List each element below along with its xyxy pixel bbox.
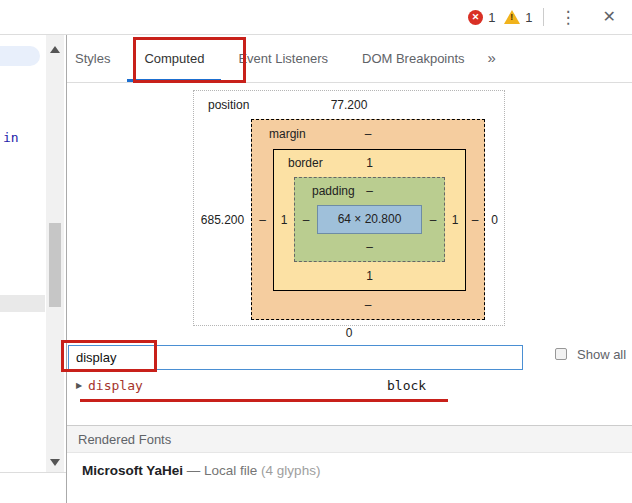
box-model-margin-ring[interactable]: margin – – border 1 1 bbox=[251, 119, 485, 320]
font-separator: — bbox=[183, 463, 204, 478]
padding-top-value[interactable]: – bbox=[366, 184, 373, 198]
computed-property-row[interactable]: ▶ display block bbox=[67, 378, 632, 398]
position-bottom-value[interactable]: 0 bbox=[193, 326, 505, 340]
elements-panel-partial: in bbox=[0, 35, 67, 503]
left-panel-footer-divider bbox=[0, 472, 66, 473]
error-icon: ✕ bbox=[468, 10, 483, 25]
margin-right-value[interactable]: – bbox=[466, 149, 484, 291]
disclosure-triangle-icon[interactable]: ▶ bbox=[76, 381, 82, 390]
code-fragment[interactable]: in bbox=[3, 130, 19, 145]
padding-left-value[interactable]: – bbox=[295, 205, 317, 234]
box-model-position-ring[interactable]: position 77.200 685.200 margin – – bbox=[193, 90, 505, 326]
rendered-fonts-header: Rendered Fonts bbox=[67, 425, 632, 453]
property-name[interactable]: display bbox=[88, 378, 143, 393]
position-right-value[interactable]: 0 bbox=[485, 119, 504, 320]
rendered-font-row: Microsoft YaHei — Local file (4 glyphs) bbox=[82, 463, 320, 478]
close-icon[interactable]: ✕ bbox=[603, 9, 616, 25]
scroll-down-icon[interactable] bbox=[50, 459, 60, 466]
show-all-label: Show all bbox=[577, 345, 626, 364]
margin-bottom-value[interactable]: – bbox=[252, 291, 484, 319]
warning-count: 1 bbox=[525, 10, 532, 25]
box-model-padding-ring[interactable]: padding – – 64 × 20.800 – – bbox=[294, 177, 445, 262]
toolbar-divider bbox=[543, 8, 544, 26]
devtools-toolbar: ✕ 1 ! 1 ⋮ ✕ bbox=[0, 0, 632, 35]
padding-right-value[interactable]: – bbox=[422, 205, 444, 234]
position-label: position bbox=[208, 91, 249, 119]
selected-element-highlight[interactable] bbox=[0, 46, 40, 66]
more-options-icon[interactable]: ⋮ bbox=[556, 9, 581, 26]
border-left-value[interactable]: 1 bbox=[274, 177, 294, 262]
annotation-box-computed-tab bbox=[133, 37, 246, 83]
error-indicator[interactable]: ✕ 1 bbox=[468, 10, 495, 25]
box-model-diagram: position 77.200 685.200 margin – – bbox=[193, 90, 505, 340]
property-value[interactable]: block bbox=[387, 378, 426, 393]
computed-pane: Styles Computed Event Listeners DOM Brea… bbox=[67, 35, 632, 503]
font-source: Local file bbox=[204, 463, 261, 478]
margin-top-value[interactable]: – bbox=[365, 127, 372, 141]
position-left-value[interactable]: 685.200 bbox=[194, 119, 251, 320]
warning-indicator[interactable]: ! 1 bbox=[495, 10, 532, 25]
position-top-value[interactable]: 77.200 bbox=[331, 98, 368, 112]
vertical-scrollbar[interactable] bbox=[46, 35, 64, 472]
border-label: border bbox=[288, 150, 323, 177]
error-count: 1 bbox=[488, 10, 495, 25]
show-all-checkbox[interactable] bbox=[555, 348, 567, 360]
border-top-value[interactable]: 1 bbox=[366, 156, 373, 170]
border-bottom-value[interactable]: 1 bbox=[274, 262, 465, 290]
box-model-border-ring[interactable]: border 1 1 padding – bbox=[273, 149, 466, 291]
hovered-row-highlight[interactable] bbox=[0, 295, 45, 312]
margin-label: margin bbox=[269, 120, 306, 149]
font-glyph-count: (4 glyphs) bbox=[261, 463, 320, 478]
annotation-box-filter-text bbox=[61, 340, 157, 372]
tab-dom-breakpoints[interactable]: DOM Breakpoints bbox=[345, 35, 482, 82]
border-right-value[interactable]: 1 bbox=[445, 177, 465, 262]
tab-styles[interactable]: Styles bbox=[67, 35, 127, 82]
scroll-up-icon[interactable] bbox=[50, 46, 60, 53]
box-model-content-box[interactable]: 64 × 20.800 bbox=[317, 205, 422, 234]
margin-left-value[interactable]: – bbox=[252, 149, 273, 291]
warning-icon: ! bbox=[504, 10, 520, 24]
padding-label: padding bbox=[312, 178, 355, 205]
annotation-underline-property bbox=[80, 399, 448, 402]
devtools-window: ✕ 1 ! 1 ⋮ ✕ in Styles Computed Event Lis… bbox=[0, 0, 632, 503]
padding-bottom-value[interactable]: – bbox=[295, 234, 444, 261]
font-name: Microsoft YaHei bbox=[82, 463, 183, 478]
more-tabs-icon[interactable]: » bbox=[482, 35, 502, 82]
scrollbar-thumb[interactable] bbox=[49, 223, 61, 307]
